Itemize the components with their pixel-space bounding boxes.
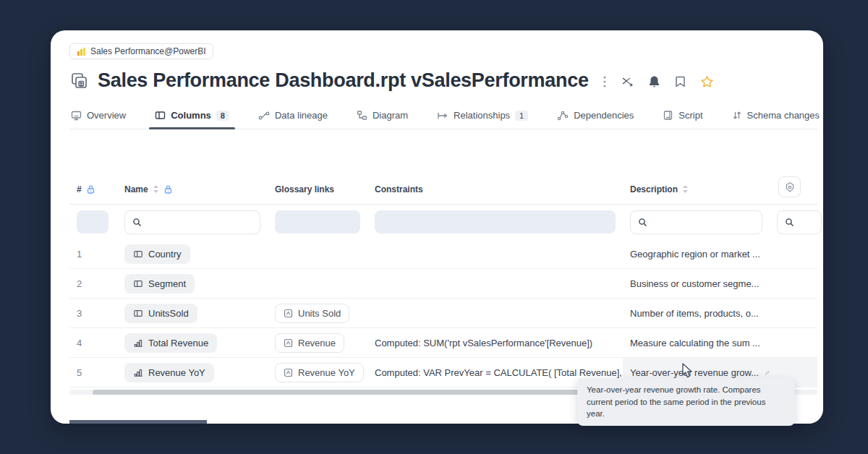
extra-filter[interactable]	[777, 210, 822, 234]
powerbi-icon	[77, 47, 86, 56]
glossary-term-icon	[284, 309, 293, 318]
partial-footer-element	[69, 420, 207, 424]
tab-script[interactable]: Script	[661, 106, 704, 129]
gear-icon	[784, 181, 796, 193]
header-description[interactable]: Description	[623, 184, 770, 194]
tab-schema-changes[interactable]: Schema changes 1	[731, 106, 823, 129]
row-num: 3	[69, 308, 117, 319]
constraint-cell: Computed: VAR PrevYear = CALCULATE( [Tot…	[367, 367, 623, 378]
row-num: 1	[69, 249, 117, 260]
tab-overview[interactable]: Overview	[69, 106, 127, 129]
row-num: 2	[69, 278, 117, 289]
lineage-icon	[258, 111, 270, 121]
header-constraints[interactable]: Constraints	[367, 184, 623, 194]
header-num[interactable]: #	[69, 184, 117, 194]
row-num: 4	[69, 338, 117, 348]
tab-bar: Overview Columns 8 Data lineage Diagram …	[69, 106, 817, 129]
glossary-pill-units-sold[interactable]: Units Sold	[275, 304, 349, 323]
table-header: # Name Glossary links Constraints Descri…	[69, 174, 817, 205]
filter-row	[69, 205, 817, 239]
glossary-term-icon	[284, 368, 293, 377]
source-badge[interactable]: Sales Performance@PowerBI	[69, 43, 213, 59]
edit-icon[interactable]	[765, 368, 770, 378]
lock-icon	[86, 184, 95, 194]
constraint-cell: Computed: SUM('rpt vSalesPerformance'[Re…	[367, 338, 623, 348]
table-row: 4 Total Revenue Revenue Computed: SUM('r…	[69, 328, 817, 358]
search-icon	[638, 218, 647, 227]
glossary-term-icon	[284, 338, 293, 348]
lock-icon	[163, 184, 173, 194]
columns-table: # Name Glossary links Constraints Descri…	[69, 174, 817, 395]
search-icon	[132, 218, 142, 227]
table-row: 2 Segment Business or customer segme...	[69, 269, 817, 299]
column-icon	[133, 249, 143, 259]
measure-icon	[133, 368, 143, 377]
header-name[interactable]: Name	[117, 184, 268, 194]
bell-icon[interactable]	[648, 75, 660, 88]
column-pill-unitssold[interactable]: UnitsSold	[124, 304, 197, 323]
description-cell[interactable]: Measure calculating the sum ...	[623, 338, 770, 348]
tab-columns-count: 8	[216, 111, 229, 121]
relationships-icon	[437, 111, 448, 121]
filter-constraints-disabled	[375, 210, 616, 234]
sort-icon	[153, 184, 159, 194]
filter-glossary-disabled	[275, 210, 360, 234]
measure-pill-revenue-yoy[interactable]: Revenue YoY	[124, 363, 214, 382]
star-icon[interactable]	[700, 75, 714, 88]
description-cell[interactable]: Business or customer segme...	[623, 278, 770, 289]
table-row: 1 Country Geographic region or market ..…	[69, 239, 817, 269]
filter-num-disabled	[77, 210, 109, 234]
column-pill-country[interactable]: Country	[124, 244, 190, 264]
tab-dependencies[interactable]: Dependencies	[556, 106, 635, 129]
description-filter-input[interactable]	[652, 217, 754, 228]
header-glossary-links[interactable]: Glossary links	[268, 184, 367, 194]
name-filter-input[interactable]	[146, 217, 252, 228]
glossary-pill-revenue[interactable]: Revenue	[275, 333, 344, 353]
column-pill-segment[interactable]: Segment	[124, 274, 195, 294]
source-badge-label: Sales Performance@PowerBI	[90, 46, 206, 56]
table-settings-button[interactable]	[778, 176, 801, 197]
tab-data-lineage[interactable]: Data lineage	[257, 106, 329, 129]
diagram-icon	[357, 110, 367, 121]
page-title: Sales Performance Dashboard.rpt vSalesPe…	[98, 69, 589, 92]
glossary-pill-revenue-yoy[interactable]: Revenue YoY	[275, 363, 364, 382]
sort-icon	[682, 184, 689, 194]
description-cell[interactable]: Geographic region or market ...	[623, 249, 770, 260]
script-icon	[663, 110, 673, 121]
search-icon	[785, 218, 794, 227]
share-plus-icon[interactable]	[621, 75, 634, 88]
column-icon	[133, 309, 143, 318]
description-cell[interactable]: Number of items, products, o...	[623, 308, 770, 319]
description-tooltip: Year-over-year revenue growth rate. Comp…	[577, 378, 795, 426]
measure-pill-total-revenue[interactable]: Total Revenue	[124, 333, 217, 353]
name-filter[interactable]	[124, 210, 260, 234]
bookmark-icon[interactable]	[675, 75, 686, 88]
measure-icon	[133, 338, 143, 348]
dependencies-icon	[557, 111, 569, 121]
tab-columns[interactable]: Columns 8	[153, 106, 231, 129]
description-filter[interactable]	[630, 210, 762, 234]
columns-icon	[155, 110, 166, 121]
tab-relationships-count: 1	[515, 111, 528, 121]
schema-changes-icon	[732, 110, 742, 121]
overview-icon	[71, 110, 82, 121]
table-row: 3 UnitsSold Units Sold Number of items, …	[69, 299, 817, 328]
row-num: 5	[69, 367, 117, 378]
more-menu-button[interactable]	[603, 75, 606, 88]
column-icon	[133, 279, 143, 288]
main-card: Sales Performance@PowerBI Sales Performa…	[51, 30, 823, 424]
tab-diagram[interactable]: Diagram	[355, 106, 409, 129]
tab-relationships[interactable]: Relationships 1	[435, 106, 529, 129]
view-entity-icon	[69, 71, 89, 90]
